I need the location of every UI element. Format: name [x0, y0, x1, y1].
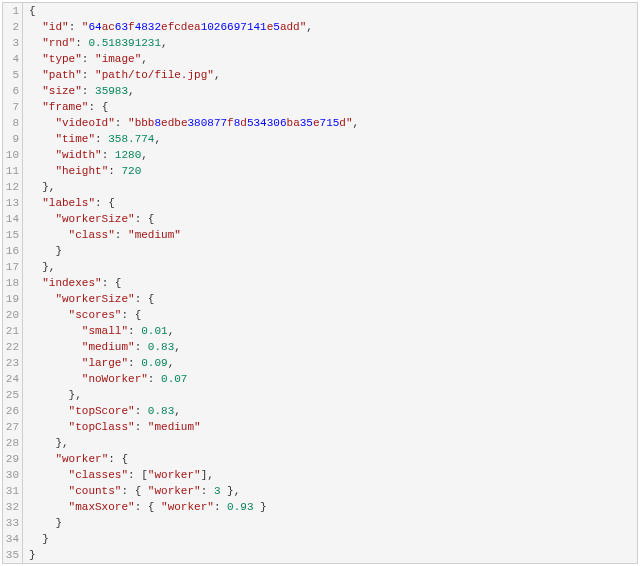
token-s: f — [128, 21, 135, 33]
token-c: : — [69, 21, 82, 33]
token-c: : — [201, 485, 214, 497]
token-s: image — [102, 53, 135, 65]
code-line: } — [29, 531, 637, 547]
code-line: "size": 35983, — [29, 83, 637, 99]
token-p: , — [141, 53, 148, 65]
line-number: 10 — [3, 147, 19, 163]
token-p: , — [207, 469, 214, 481]
code-block: 1234567891011121314151617181920212223242… — [2, 2, 638, 564]
line-number: 30 — [3, 467, 19, 483]
line-number: 27 — [3, 419, 19, 435]
token-k: height — [62, 165, 102, 177]
token-n: 0.93 — [227, 501, 253, 513]
token-c: : — [135, 405, 148, 417]
token-p: } — [253, 501, 266, 513]
token-s: efcdea — [161, 21, 201, 33]
token-k: indexes — [49, 277, 95, 289]
token-hx: 380877 — [187, 117, 227, 129]
token-k: noWorker — [88, 373, 141, 385]
token-k: path — [49, 69, 75, 81]
token-k: scores — [75, 309, 115, 321]
code-line: "large": 0.09, — [29, 355, 637, 371]
token-n: 0.83 — [148, 341, 174, 353]
token-s: add — [280, 21, 300, 33]
line-number: 13 — [3, 195, 19, 211]
token-p: , — [161, 37, 168, 49]
code-line: "id": "64ac63f4832efcdea1026697141e5add"… — [29, 19, 637, 35]
token-c: : — [115, 117, 128, 129]
token-p: { — [29, 5, 36, 17]
token-s: d — [339, 117, 346, 129]
token-p: , — [234, 485, 241, 497]
code-line: "rnd": 0.518391231, — [29, 35, 637, 51]
line-number: 16 — [3, 243, 19, 259]
token-p: } — [55, 245, 62, 257]
code-line: "topClass": "medium" — [29, 419, 637, 435]
token-p: , — [141, 149, 148, 161]
token-p: , — [128, 85, 135, 97]
token-k: " — [62, 21, 69, 33]
code-line: { — [29, 3, 637, 19]
token-c: : — [115, 229, 128, 241]
token-p: , — [49, 261, 56, 273]
token-k: large — [88, 357, 121, 369]
token-s: worker — [154, 469, 194, 481]
token-k: " — [75, 85, 82, 97]
code-line: "workerSize": { — [29, 291, 637, 307]
token-k: " — [75, 69, 82, 81]
token-k: " — [42, 53, 49, 65]
code-line: "type": "image", — [29, 51, 637, 67]
token-s: " — [174, 229, 181, 241]
code-line: "videoId": "bbb8edbe380877f8d534306ba35e… — [29, 115, 637, 131]
token-p: , — [353, 117, 360, 129]
line-number: 33 — [3, 515, 19, 531]
token-p: , — [49, 181, 56, 193]
token-k: " — [141, 373, 148, 385]
token-c: : — [128, 357, 141, 369]
code-line: "classes": ["worker"], — [29, 467, 637, 483]
code-line: }, — [29, 259, 637, 275]
token-k: " — [108, 229, 115, 241]
line-number: 11 — [3, 163, 19, 179]
line-number: 34 — [3, 531, 19, 547]
token-n: 1280 — [115, 149, 141, 161]
token-c: : — [135, 213, 148, 225]
code-line: "medium": 0.83, — [29, 339, 637, 355]
token-k: " — [128, 501, 135, 513]
token-s: f — [227, 117, 234, 129]
token-n: 358.774 — [108, 133, 154, 145]
token-c: : — [88, 101, 101, 113]
code-line: "scores": { — [29, 307, 637, 323]
token-k: " — [128, 405, 135, 417]
token-s: " — [194, 421, 201, 433]
token-p: } — [55, 517, 62, 529]
token-p: { — [148, 293, 155, 305]
token-p: , — [62, 437, 69, 449]
code-line: "labels": { — [29, 195, 637, 211]
token-p: } — [42, 181, 49, 193]
token-c: : — [82, 53, 95, 65]
token-k: " — [128, 421, 135, 433]
token-p: { — [148, 501, 161, 513]
line-number: 20 — [3, 307, 19, 323]
code-line: "time": 358.774, — [29, 131, 637, 147]
line-number: 7 — [3, 99, 19, 115]
line-number: 5 — [3, 67, 19, 83]
code-line: "counts": { "worker": 3 }, — [29, 483, 637, 499]
code-line: "path": "path/to/file.jpg", — [29, 67, 637, 83]
token-p: } — [42, 533, 49, 545]
token-k: " — [42, 101, 49, 113]
token-k: classes — [75, 469, 121, 481]
line-number: 29 — [3, 451, 19, 467]
line-number: 24 — [3, 371, 19, 387]
token-c: : — [135, 341, 148, 353]
token-c: : — [128, 469, 141, 481]
token-c: : — [121, 485, 134, 497]
code-content: { "id": "64ac63f4832efcdea1026697141e5ad… — [23, 3, 637, 563]
code-line: }, — [29, 179, 637, 195]
code-line: } — [29, 515, 637, 531]
line-number: 8 — [3, 115, 19, 131]
token-k: " — [42, 69, 49, 81]
token-n: 0.01 — [141, 325, 167, 337]
token-k: " — [128, 341, 135, 353]
